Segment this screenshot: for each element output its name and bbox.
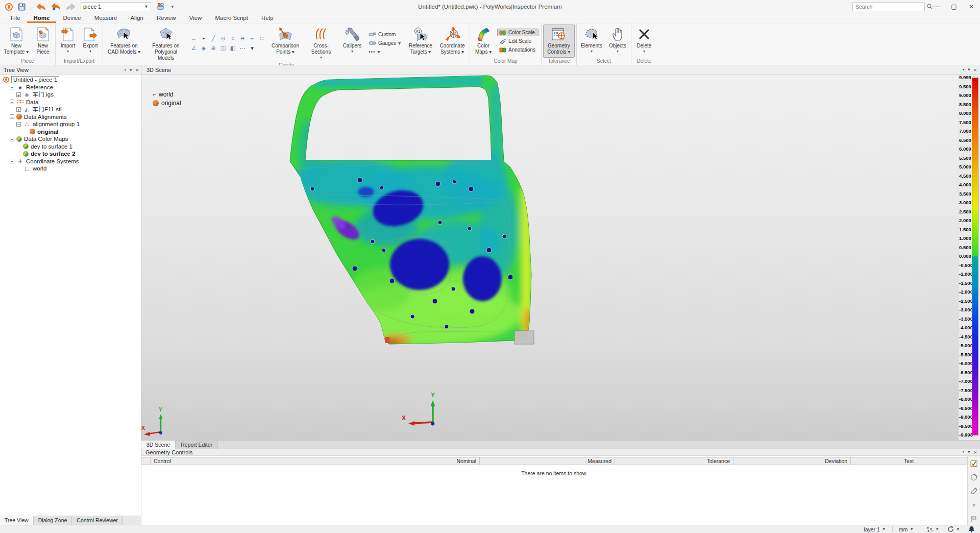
tree-item-dev-to-surface-2[interactable]: dev to surface 2 (0, 150, 141, 158)
tree-item-original[interactable]: original (0, 128, 141, 136)
menu-review[interactable]: Review (150, 14, 183, 23)
create-slot-icon[interactable]: ⊖ (238, 35, 247, 42)
tree-item-data[interactable]: −∷∷Data (0, 99, 141, 106)
elements-button[interactable]: Elements ▾ (578, 25, 605, 58)
create-point-grid-icon[interactable]: ∷ (258, 35, 266, 42)
calipers-button[interactable]: Calipers ▾ (340, 25, 364, 62)
menu-macro-script[interactable]: Macro Script (208, 14, 255, 23)
point-display-selector[interactable]: ▼ (924, 526, 941, 532)
wrench-icon[interactable] (969, 487, 978, 496)
piece-info-icon[interactable] (156, 3, 165, 11)
panel-tab-dialog-zone[interactable]: Dialog Zone (34, 516, 72, 525)
create-surface-icon[interactable]: ◧ (229, 44, 237, 52)
scene-tab-3d-scene[interactable]: 3D Scene (141, 441, 176, 449)
create-polyline-icon[interactable]: ⌐ (248, 35, 256, 42)
color-scale-bar[interactable] (972, 78, 978, 435)
pin-icon[interactable]: ▪ (125, 67, 126, 72)
column-test[interactable]: Test (851, 457, 967, 465)
create-cylinder-icon[interactable]: ◫ (219, 44, 227, 52)
create-circle-icon[interactable]: ⊙ (219, 35, 227, 42)
undo-button[interactable] (36, 3, 46, 11)
tree-item-coordinate-systems[interactable]: −+Coordinate Systems (0, 158, 141, 165)
collapse-icon[interactable]: − (10, 137, 14, 141)
notifications-bell[interactable] (966, 526, 977, 532)
menu-align[interactable]: Align (124, 14, 150, 23)
tree-item-dev-to-surface-1[interactable]: dev to surface 1 (0, 143, 141, 151)
create-caret-icon[interactable]: ▾ (248, 44, 256, 52)
collapse-icon[interactable]: − (10, 100, 14, 104)
edit-scale-button[interactable]: Edit Scale (497, 37, 538, 45)
create-line-icon[interactable]: ╱ (209, 35, 217, 42)
piece-selector[interactable]: piece 1 ▼ (81, 2, 151, 11)
refresh-selector[interactable]: ▼ (945, 526, 962, 532)
polyworks-logo-icon[interactable] (5, 3, 13, 11)
tree-item-data-alignments[interactable]: −Data Alignments (0, 113, 141, 121)
coordinate-systems-button[interactable]: Coordinate Systems ▾ (436, 25, 468, 62)
objects-button[interactable]: Objects ▾ (606, 25, 629, 58)
panel-tab-control-reviewer[interactable]: Control Reviewer (72, 516, 123, 525)
chevron-down-icon[interactable]: ▾ (968, 67, 970, 73)
features-on-cad-models-button[interactable]: Features on CAD Models ▾ (105, 25, 143, 62)
units-selector[interactable]: mm▼ (897, 526, 916, 532)
color-scale-button[interactable]: Color Scale (497, 29, 538, 36)
redo-button[interactable] (66, 3, 76, 11)
column-control[interactable]: Control (151, 457, 375, 465)
model-3d-door[interactable]: Y X Y X (141, 75, 959, 440)
layer-selector[interactable]: layer 1▼ (862, 526, 888, 532)
flag-icon[interactable] (969, 514, 978, 523)
viewport-3d[interactable]: ⌐ world original (141, 75, 959, 440)
custom-gauge-button[interactable]: Custom (366, 31, 404, 38)
features-on-polygonal-models-button[interactable]: Features on Polygonal Models (144, 25, 187, 62)
chevron-down-icon[interactable]: ▾ (968, 449, 970, 455)
import-button[interactable]: Import ▾ (57, 25, 79, 58)
delete-button[interactable]: Delete ▾ (633, 25, 655, 58)
tree-item-data-color-maps[interactable]: −Data Color Maps (0, 135, 141, 143)
search-box[interactable] (852, 2, 925, 11)
close-icon[interactable]: × (974, 67, 977, 73)
tree-item-world[interactable]: ∟world (0, 165, 141, 173)
menu-measure[interactable]: Measure (88, 14, 124, 23)
comparison-points-button[interactable]: Comparison Points ▾ (268, 25, 302, 62)
menu-file[interactable]: File (4, 14, 27, 23)
create-distance-icon[interactable]: ↔ (190, 35, 198, 42)
close-icon[interactable]: × (974, 449, 977, 455)
collapse-icon[interactable]: − (10, 159, 14, 163)
menu-device[interactable]: Device (56, 14, 87, 23)
chevron-down-icon[interactable]: ▾ (130, 67, 132, 72)
collapse-icon[interactable]: − (10, 85, 14, 89)
undo-all-button[interactable] (51, 3, 61, 11)
pin-icon[interactable]: ▪ (963, 449, 964, 455)
close-icon[interactable]: × (136, 67, 139, 73)
minimize-button[interactable]: — (928, 0, 945, 13)
column-select-all[interactable] (141, 457, 151, 465)
collapse-icon[interactable]: − (16, 122, 21, 127)
remove-icon[interactable]: × (969, 500, 978, 510)
create-sphere-icon[interactable]: ⊕ (209, 44, 217, 52)
create-point-icon[interactable]: • (200, 35, 208, 42)
menu-view[interactable]: View (183, 14, 209, 23)
tree-item-reference[interactable]: −*Reference (0, 84, 141, 91)
cross-sections-button[interactable]: Cross-Sections ▾ (303, 25, 339, 62)
tree-item-untitled-piece-1[interactable]: Untitled - piece 1 (0, 76, 141, 84)
column-deviation[interactable]: Deviation (733, 457, 851, 465)
expand-icon[interactable]: + (16, 92, 21, 97)
control-checklist-icon[interactable] (969, 459, 978, 468)
panel-tab-tree-view[interactable]: Tree View (0, 516, 34, 525)
menu-help[interactable]: Help (255, 14, 280, 23)
gauges-button[interactable]: Gauges ▾ (366, 39, 404, 47)
tree-item-alignment-group-1[interactable]: −∴alignment group 1 (0, 120, 141, 128)
search-input[interactable] (853, 4, 927, 10)
pin-icon[interactable]: ▪ (963, 67, 964, 73)
export-button[interactable]: Export ▾ (80, 25, 101, 58)
qat-customize-caret[interactable]: ▼ (170, 5, 175, 9)
review-measures-icon[interactable] (969, 473, 978, 482)
column-nominal[interactable]: Nominal (375, 457, 480, 465)
create-plane-icon[interactable]: ◈ (200, 44, 208, 52)
tree-item-车门f11-stl[interactable]: +◭车门F11.stl (0, 106, 141, 113)
create-more-icon[interactable]: ⋯ (238, 44, 247, 52)
close-button[interactable]: ✕ (963, 0, 980, 13)
create-ellipse-icon[interactable]: ○ (229, 35, 237, 42)
create-angle-icon[interactable]: ∠ (190, 44, 198, 52)
menu-home[interactable]: Home (27, 14, 57, 23)
column-measured[interactable]: Measured (480, 457, 615, 465)
